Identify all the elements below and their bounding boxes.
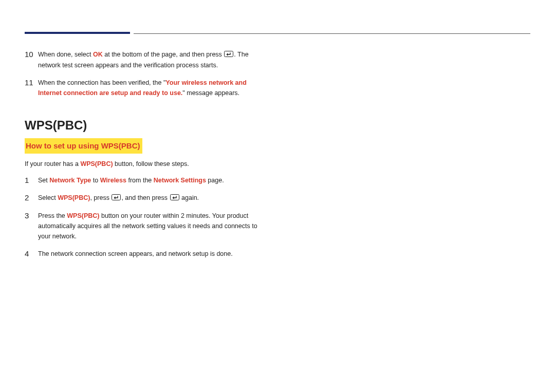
svg-rect-2 — [170, 194, 179, 200]
top-rule — [25, 28, 530, 35]
text: , and then press — [121, 194, 169, 201]
sub-title: How to set up using WPS(PBC) — [25, 138, 142, 154]
text: , press — [90, 194, 111, 201]
text: button, follow these steps. — [113, 160, 189, 167]
highlight-wireless: Wireless — [100, 177, 126, 184]
step-number: 2 — [25, 193, 38, 203]
step-body: The network connection screen appears, a… — [38, 249, 271, 259]
step-body: When done, select OK at the bottom of th… — [38, 49, 271, 70]
step-2: 2 Select WPS(PBC), press , and then pres… — [25, 193, 271, 203]
step-number: 11 — [25, 78, 38, 98]
step-10: 10 When done, select OK at the bottom of… — [25, 49, 271, 70]
step-body: Select WPS(PBC), press , and then press … — [38, 193, 271, 203]
text: to — [91, 177, 100, 184]
step-body: Set Network Type to Wireless from the Ne… — [38, 175, 271, 185]
enter-icon — [112, 193, 121, 203]
highlight-network-settings: Network Settings — [154, 177, 206, 184]
text: Select — [38, 194, 58, 201]
text: When done, select — [38, 51, 93, 58]
step-number: 4 — [25, 249, 38, 259]
text: at the bottom of the page, and then pres… — [103, 51, 224, 58]
text: When the connection has been verified, t… — [38, 79, 165, 86]
step-3: 3 Press the WPS(PBC) button on your rout… — [25, 211, 271, 241]
top-rule-line — [134, 33, 530, 34]
step-number: 10 — [25, 49, 38, 70]
text: again. — [180, 194, 199, 201]
text: from the — [126, 177, 154, 184]
content-column: 10 When done, select OK at the bottom of… — [25, 49, 271, 259]
step-body: When the connection has been verified, t… — [38, 78, 271, 98]
top-rule-accent — [25, 32, 130, 34]
highlight-ok: OK — [93, 51, 103, 58]
step-11: 11 When the connection has been verified… — [25, 78, 271, 98]
step-4: 4 The network connection screen appears,… — [25, 249, 271, 259]
svg-rect-1 — [112, 194, 121, 200]
text: page. — [206, 177, 224, 184]
enter-icon — [170, 193, 179, 203]
svg-rect-0 — [225, 51, 233, 57]
intro-text: If your router has a WPS(PBC) button, fo… — [25, 159, 271, 169]
highlight-wpspbc: WPS(PBC) — [80, 160, 113, 167]
text: If your router has a — [25, 160, 80, 167]
text: Set — [38, 177, 49, 184]
section-title: WPS(PBC) — [25, 116, 271, 135]
highlight-wpspbc: WPS(PBC) — [67, 212, 99, 219]
text: " message appears. — [182, 89, 239, 97]
document-page: 10 When done, select OK at the bottom of… — [0, 0, 555, 392]
text: Press the — [38, 212, 67, 219]
step-1: 1 Set Network Type to Wireless from the … — [25, 175, 271, 185]
text: The network connection screen appears, a… — [38, 250, 233, 257]
enter-icon — [224, 50, 233, 60]
step-number: 1 — [25, 175, 38, 185]
highlight-network-type: Network Type — [49, 177, 91, 184]
step-body: Press the WPS(PBC) button on your router… — [38, 211, 271, 241]
step-number: 3 — [25, 211, 38, 241]
highlight-wpspbc: WPS(PBC) — [58, 194, 90, 201]
